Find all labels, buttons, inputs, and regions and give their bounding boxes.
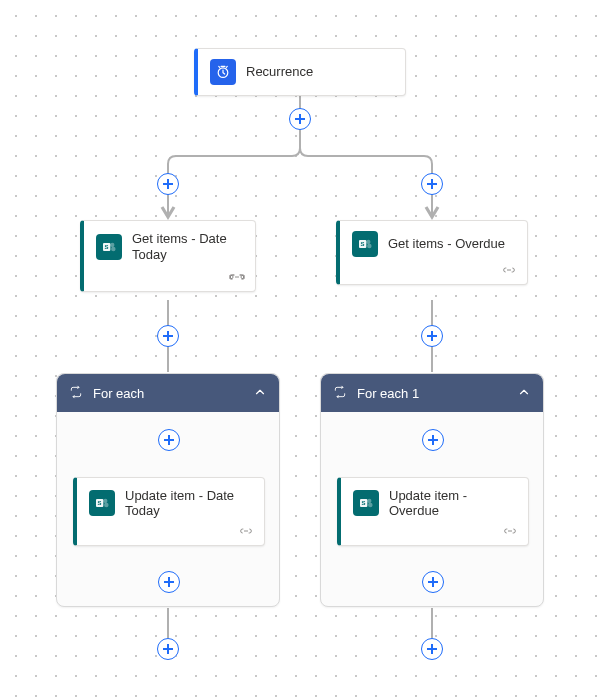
add-step-left-bottom[interactable]: [157, 638, 179, 660]
action-card-get-items-date-today[interactable]: S Get items - Date Today: [80, 220, 256, 292]
scope-for-each-right[interactable]: For each 1 S Update item - Overdue: [320, 373, 544, 607]
svg-text:S: S: [98, 500, 102, 506]
sharepoint-icon: S: [89, 490, 115, 516]
action-label: Get items - Date Today: [132, 231, 243, 264]
svg-point-12: [104, 503, 109, 508]
chevron-up-icon[interactable]: [253, 385, 267, 402]
sharepoint-icon: S: [353, 490, 379, 516]
chevron-up-icon[interactable]: [517, 385, 531, 402]
add-step-left-top[interactable]: [157, 173, 179, 195]
svg-text:S: S: [105, 245, 109, 251]
add-step-inside-left-top[interactable]: [158, 429, 180, 451]
svg-point-15: [367, 499, 371, 503]
action-card-update-item-date-today[interactable]: S Update item - Date Today: [73, 477, 265, 546]
trigger-label: Recurrence: [246, 64, 313, 80]
link-icon: [501, 263, 517, 278]
add-step-left-mid[interactable]: [157, 325, 179, 347]
trigger-card-recurrence[interactable]: Recurrence: [194, 48, 406, 96]
scope-header[interactable]: For each 1: [321, 374, 543, 412]
svg-point-8: [367, 244, 372, 249]
add-step-right-bottom[interactable]: [421, 638, 443, 660]
action-card-get-items-overdue[interactable]: S Get items - Overdue: [336, 220, 528, 285]
link-icon: [502, 524, 518, 539]
loop-icon: [69, 385, 83, 402]
sharepoint-icon: S: [96, 234, 122, 260]
add-step-right-mid[interactable]: [421, 325, 443, 347]
action-label: Update item - Date Today: [125, 488, 252, 518]
svg-point-7: [366, 240, 370, 244]
svg-text:S: S: [361, 241, 365, 247]
link-icon: [238, 524, 254, 539]
add-step-right-top[interactable]: [421, 173, 443, 195]
add-step-inside-right-top[interactable]: [422, 429, 444, 451]
svg-point-4: [111, 247, 116, 252]
loop-icon: [333, 385, 347, 402]
add-step-after-trigger[interactable]: [289, 108, 311, 130]
action-label: Get items - Overdue: [388, 236, 505, 252]
scope-header[interactable]: For each: [57, 374, 279, 412]
svg-point-3: [110, 243, 114, 247]
action-card-update-item-overdue[interactable]: S Update item - Overdue: [337, 477, 529, 546]
scope-for-each-left[interactable]: For each S Update item - Date Today: [56, 373, 280, 607]
add-step-inside-right-bottom[interactable]: [422, 571, 444, 593]
action-label: Update item - Overdue: [389, 488, 516, 518]
scope-title: For each 1: [357, 386, 507, 401]
svg-point-11: [103, 499, 107, 503]
clock-icon: [210, 59, 236, 85]
svg-point-16: [368, 503, 373, 508]
scope-title: For each: [93, 386, 243, 401]
sharepoint-icon: S: [352, 231, 378, 257]
link-icon: [229, 270, 245, 285]
add-step-inside-left-bottom[interactable]: [158, 571, 180, 593]
svg-text:S: S: [362, 500, 366, 506]
